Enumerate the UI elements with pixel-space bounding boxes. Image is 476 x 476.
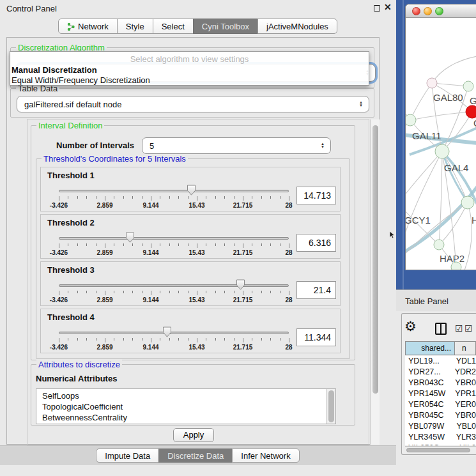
top-tab-bar: Network Style Select Cyni Toolbox jActiv… — [0, 19, 396, 34]
thresholds-group-label: Threshold's Coordinates for 5 Intervals — [42, 154, 188, 164]
network-view-window: GAL80 GA C GAL11 GAL4 GCY1 H HAP2 — [405, 4, 476, 270]
checkbox-icon[interactable]: ☑ — [455, 323, 463, 334]
threshold-value-field[interactable]: 6.316 — [296, 234, 336, 252]
node-label-partial: C — [473, 118, 476, 128]
scrollbar-thumb[interactable] — [328, 390, 334, 422]
tab-label: Cyni Toolbox — [202, 22, 249, 31]
table-row[interactable]: YDR27...YDR2 — [405, 367, 476, 378]
threshold-panel: Threshold 4 -3.4262.8599.14415.4321.7152… — [40, 309, 341, 353]
table-row[interactable]: YPR145WYPR1 — [405, 388, 476, 399]
slider-thumb[interactable] — [236, 279, 245, 290]
scrollbar-thumb[interactable] — [372, 125, 378, 394]
numerical-attributes-listbox[interactable]: SelfLoopsTopologicalCoefficientBetweenne… — [36, 388, 336, 424]
threshold-label: Threshold 4 — [47, 312, 95, 322]
threshold-value-field[interactable]: 21.4 — [296, 281, 336, 299]
threshold-slider[interactable]: -3.4262.8599.14415.4321.71528 — [59, 277, 289, 307]
threshold-slider[interactable]: -3.4262.8599.14415.4321.71528 — [59, 183, 289, 212]
table-row[interactable]: YER054CYER0 — [405, 399, 476, 410]
table-row[interactable]: YBL079WYBL0 — [405, 421, 476, 432]
slider-ticks — [59, 243, 289, 249]
tab-impute-data[interactable]: Impute Data — [96, 449, 159, 463]
slider-ticks — [59, 338, 289, 343]
number-of-intervals-value: 5 — [150, 141, 154, 151]
zoom-traffic-light[interactable] — [435, 7, 443, 15]
close-traffic-light[interactable] — [412, 7, 420, 15]
table-row[interactable]: YIL052CYIL0 — [405, 443, 476, 445]
horizontal-scrollbar[interactable] — [405, 446, 476, 453]
list-scrollbar[interactable] — [326, 389, 335, 424]
table-data-combobox[interactable]: galFiltered.sif default node ▲▼ — [17, 96, 369, 112]
minimize-traffic-light[interactable] — [424, 7, 432, 15]
threshold-label: Threshold 3 — [47, 265, 95, 275]
table-row[interactable]: YDL19...YDL1 — [405, 356, 476, 367]
threshold-value-field[interactable]: 11.344 — [296, 328, 336, 346]
mouse-cursor — [390, 231, 395, 239]
network-window-titlebar[interactable] — [406, 4, 476, 18]
slider-track[interactable] — [59, 237, 289, 240]
stepper-arrows-icon: ▲▼ — [359, 101, 363, 107]
tab-discretize-data[interactable]: Discretize Data — [158, 449, 233, 463]
threshold-panel: Threshold 1 -3.4262.8599.14415.4321.7152… — [40, 167, 341, 211]
frame-highlight — [403, 0, 404, 290]
attribute-item[interactable]: TopologicalCoefficient — [36, 401, 335, 412]
tab-cyni-toolbox[interactable]: Cyni Toolbox — [193, 19, 258, 34]
split-view-icon[interactable] — [435, 323, 447, 335]
slider-track[interactable] — [59, 284, 289, 287]
tab-label: Discretize Data — [167, 451, 224, 461]
threshold-panel: Threshold 2 -3.4262.8599.14415.4321.7152… — [40, 214, 341, 259]
tab-network[interactable]: Network — [58, 19, 118, 34]
float-window-icon[interactable] — [374, 5, 380, 12]
attribute-item[interactable]: BetweennessCentrality — [36, 412, 335, 423]
apply-button[interactable]: Apply — [173, 428, 214, 442]
slider-thumb[interactable] — [187, 185, 196, 196]
table-panel-title: Table Panel — [405, 296, 449, 306]
tab-infer-network[interactable]: Infer Network — [232, 449, 299, 463]
vertical-scrollbar[interactable] — [370, 119, 380, 445]
slider-track[interactable] — [59, 332, 289, 334]
network-node-selected-red[interactable] — [466, 105, 476, 118]
tab-label: Infer Network — [241, 451, 290, 461]
slider-ticks — [59, 196, 289, 201]
table-row[interactable]: YBR043CYBR0 — [405, 378, 476, 388]
table-row[interactable]: YLR345WYLR3 — [405, 432, 476, 443]
slider-thumb[interactable] — [162, 326, 172, 337]
column-header-shared[interactable]: shared... — [405, 341, 455, 355]
scrollbar-thumb[interactable] — [406, 448, 470, 452]
table-data-value: galFiltered.sif default node — [24, 100, 121, 109]
network-node-gal11[interactable] — [406, 114, 416, 126]
tab-style[interactable]: Style — [117, 19, 153, 34]
tab-jactivemnodules[interactable]: jActiveMNodules — [257, 19, 337, 34]
threshold-label: Threshold 1 — [47, 171, 95, 180]
checkbox-icon[interactable]: ☑ — [464, 323, 473, 334]
number-of-intervals-combobox[interactable]: 5 ▲▼ — [142, 137, 331, 154]
table-row[interactable]: YBR045CYBR0 — [405, 410, 476, 421]
attribute-item[interactable]: SelfLoops — [36, 390, 335, 401]
threshold-label: Threshold 2 — [47, 218, 95, 227]
option-manual-discretization[interactable]: Manual Discretization — [12, 65, 97, 75]
node-label-h: H — [472, 215, 476, 226]
network-node-gal80[interactable] — [427, 78, 437, 88]
slider-thumb[interactable] — [125, 232, 135, 243]
slider-ticks — [59, 291, 289, 296]
table-rows: YDL19...YDL1YDR27...YDR2YBR043CYBR0YPR14… — [405, 356, 476, 445]
tab-select[interactable]: Select — [153, 19, 194, 34]
tab-label: jActiveMNodules — [266, 22, 328, 31]
control-panel-title: Control Panel — [6, 4, 57, 13]
close-icon[interactable]: ✕ — [384, 2, 392, 12]
column-header-name[interactable]: n — [455, 341, 476, 355]
network-canvas[interactable]: GAL80 GA C GAL11 GAL4 GCY1 H HAP2 — [406, 18, 476, 270]
gear-icon[interactable]: ⚙ — [404, 319, 417, 333]
number-of-intervals-label: Number of Intervals — [56, 141, 134, 150]
network-node-hap2[interactable] — [434, 240, 444, 250]
threshold-value-field[interactable]: 14.713 — [296, 187, 336, 204]
network-node[interactable] — [463, 81, 473, 91]
network-node-h[interactable] — [461, 196, 474, 209]
threshold-slider[interactable]: -3.4262.8599.14415.4321.71528 — [59, 230, 289, 259]
network-graph: GAL80 GA C GAL11 GAL4 GCY1 H HAP2 — [406, 18, 476, 270]
option-equal-width-frequency[interactable]: Equal Width/Frequency Discretization — [12, 75, 150, 85]
network-node-gal4[interactable] — [435, 144, 449, 158]
slider-track[interactable] — [59, 190, 289, 192]
application-window: Control Panel ✕ Network Style Select Cyn… — [0, 0, 476, 476]
threshold-slider[interactable]: -3.4262.8599.14415.4321.71528 — [59, 325, 289, 354]
numerical-attributes-list: SelfLoopsTopologicalCoefficientBetweenne… — [36, 390, 335, 423]
